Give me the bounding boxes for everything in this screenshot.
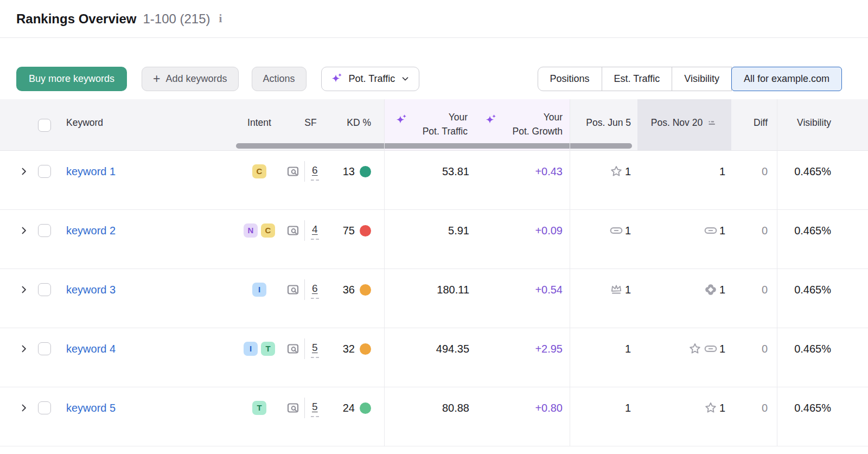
pos-jun5-cell: 1 [559, 164, 631, 179]
col-header-pot-traffic[interactable]: Your Pot. Traffic [411, 110, 468, 138]
divider [304, 279, 305, 300]
visibility-value: 0.465% [777, 282, 831, 297]
tab-positions[interactable]: Positions [538, 67, 602, 91]
pos-jun5-cell: 1 [559, 400, 631, 415]
metric-dropdown-label: Pot. Traffic [349, 73, 395, 85]
col-header-visibility[interactable]: Visibility [777, 117, 831, 129]
col-header-pos-nov20[interactable]: Pos. Nov 20 [637, 117, 731, 129]
buy-more-keywords-button[interactable]: Buy more keywords [16, 67, 127, 91]
tab-est-traffic[interactable]: Est. Traffic [602, 67, 673, 91]
pot-growth-value: +0.09 [483, 223, 563, 238]
row-checkbox[interactable] [38, 401, 51, 414]
col-header-intent[interactable]: Intent [233, 117, 285, 129]
intent-badge-commercial: C [252, 164, 266, 178]
select-all-checkbox[interactable] [38, 119, 51, 132]
star-icon [704, 401, 718, 415]
pos-jun5-cell: 1 [559, 282, 631, 297]
pos-value: 1 [625, 400, 631, 415]
pos-nov20-cell: 1 [635, 223, 725, 238]
tab-all-for-example[interactable]: All for example.com [731, 67, 842, 91]
col-header-keyword[interactable]: Keyword [66, 117, 103, 129]
diff-value: 0 [735, 164, 768, 179]
link-icon [609, 223, 623, 238]
diff-value: 0 [735, 223, 768, 238]
expand-row-icon[interactable] [18, 166, 29, 177]
divider [304, 220, 305, 241]
kd-cell: 75 [315, 223, 371, 238]
table-header: Keyword Intent SF KD % Your Pot. Traffic… [0, 99, 868, 151]
visibility-value: 0.465% [777, 341, 831, 356]
keyword-link[interactable]: keyword 1 [66, 164, 116, 179]
crown-icon [609, 283, 623, 297]
pot-traffic-value: 180.11 [391, 282, 469, 297]
keyword-link[interactable]: keyword 5 [66, 400, 116, 415]
table-row: keyword 2 N C 4 75 5.91 +0.09 1 [0, 210, 868, 269]
serp-features-icon[interactable] [286, 224, 299, 237]
rankings-table: Keyword Intent SF KD % Your Pot. Traffic… [0, 99, 868, 446]
row-checkbox[interactable] [38, 283, 51, 296]
pot-growth-value: +0.43 [483, 164, 563, 179]
intent-badge-commercial: C [261, 223, 275, 238]
intent-cell: N C [233, 223, 285, 238]
intent-cell: T [233, 401, 285, 415]
tab-visibility[interactable]: Visibility [672, 67, 732, 91]
kd-difficulty-dot [360, 284, 371, 296]
plus-icon: + [153, 73, 160, 85]
ai-sparkles-icon [484, 113, 497, 126]
row-checkbox[interactable] [38, 342, 51, 355]
ai-overview-icon [704, 283, 718, 297]
intent-badge-informational: I [244, 342, 258, 356]
pos-value: 1 [719, 223, 725, 238]
expand-row-icon[interactable] [18, 402, 29, 413]
col-header-diff[interactable]: Diff [735, 117, 768, 129]
serp-features-icon[interactable] [286, 283, 299, 296]
col-header-kd[interactable]: KD % [315, 117, 371, 129]
table-row: keyword 5 T 5 24 80.88 +0.80 1 1 0 [0, 387, 868, 446]
pos-nov20-cell: 1 [635, 282, 725, 297]
col-header-pos-jun5[interactable]: Pos. Jun 5 [571, 117, 631, 129]
kd-value: 75 [343, 223, 355, 238]
kd-cell: 13 [315, 164, 371, 179]
ai-sparkles-icon [395, 113, 408, 126]
serp-features-icon[interactable] [286, 401, 299, 414]
kd-cell: 32 [315, 341, 371, 356]
serp-features-icon[interactable] [286, 342, 299, 355]
expand-row-icon[interactable] [18, 284, 29, 295]
divider [304, 398, 305, 418]
kd-difficulty-dot [360, 343, 371, 355]
rankings-overview-page: Rankings Overview 1-100 (215) i Buy more… [0, 0, 868, 454]
row-checkbox[interactable] [38, 224, 51, 237]
pos-jun5-cell: 1 [559, 341, 631, 356]
visibility-value: 0.465% [777, 400, 831, 415]
result-range: 1-100 (215) [143, 11, 210, 27]
metric-dropdown[interactable]: Pot. Traffic [321, 67, 420, 91]
kd-difficulty-dot [360, 166, 371, 177]
pos-nov20-cell: 1 [635, 164, 725, 179]
keyword-link[interactable]: keyword 2 [66, 223, 116, 238]
serp-features-icon[interactable] [286, 165, 299, 178]
pos-value: 1 [719, 400, 725, 415]
row-checkbox[interactable] [38, 165, 51, 178]
add-keywords-button[interactable]: + Add keywords [142, 67, 239, 91]
pot-growth-value: +0.80 [483, 400, 563, 415]
ai-sparkles-icon [330, 72, 343, 85]
horizontal-scrollbar-thumb[interactable] [236, 143, 632, 149]
keyword-link[interactable]: keyword 4 [66, 341, 116, 356]
pos-value: 1 [625, 223, 631, 238]
intent-cell: C [233, 164, 285, 178]
pos-value: 1 [719, 341, 725, 356]
actions-button[interactable]: Actions [252, 67, 307, 91]
expand-row-icon[interactable] [18, 343, 29, 354]
intent-badge-navigational: N [244, 223, 258, 238]
col-header-pot-growth[interactable]: Your Pot. Growth [502, 110, 563, 138]
keyword-link[interactable]: keyword 3 [66, 282, 116, 297]
pos-value: 1 [719, 164, 725, 179]
intent-badge-informational: I [252, 283, 266, 297]
pot-traffic-value: 494.35 [391, 341, 469, 356]
expand-row-icon[interactable] [18, 225, 29, 236]
kd-value: 24 [343, 400, 355, 415]
diff-value: 0 [735, 282, 768, 297]
link-icon [704, 223, 718, 238]
intent-badge-transactional: T [252, 401, 266, 415]
info-icon[interactable]: i [217, 12, 225, 25]
